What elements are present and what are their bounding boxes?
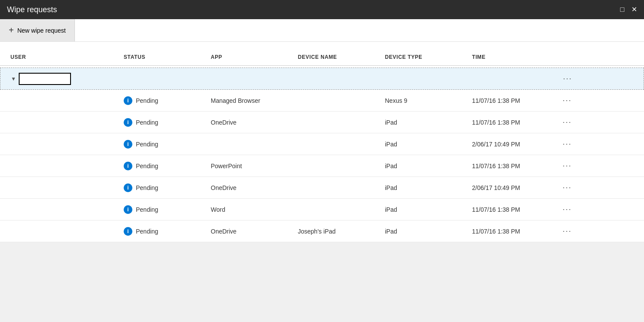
cell-actions-1: ··· xyxy=(556,112,582,133)
cell-device-name-0 xyxy=(294,96,381,105)
status-label-2: Pending xyxy=(136,141,158,148)
window-controls: □ ✕ xyxy=(620,6,637,13)
row-ellipsis-button-4[interactable]: ··· xyxy=(559,181,575,194)
info-icon-5[interactable]: i xyxy=(124,205,132,214)
cell-user-4 xyxy=(7,183,120,192)
toolbar: + New wipe request xyxy=(0,19,644,42)
cell-device-name-3 xyxy=(294,162,381,170)
cell-actions-4: ··· xyxy=(556,177,582,198)
cell-time-6: 11/07/16 1:38 PM xyxy=(469,224,556,239)
info-icon-4[interactable]: i xyxy=(124,183,132,192)
cell-actions-3: ··· xyxy=(556,155,582,176)
row-ellipsis-button-0[interactable]: ··· xyxy=(559,94,575,107)
user-search-input[interactable] xyxy=(19,73,71,85)
info-icon-3[interactable]: i xyxy=(124,162,132,170)
cell-status-6: i Pending xyxy=(120,223,207,240)
cell-device-type-5: iPad xyxy=(381,202,469,217)
status-label-3: Pending xyxy=(136,163,158,169)
cell-status-5: i Pending xyxy=(120,201,207,218)
cell-user-2 xyxy=(7,140,120,149)
cell-actions-2: ··· xyxy=(556,133,582,155)
selected-row-app-cell xyxy=(208,75,295,83)
cell-user-6 xyxy=(7,227,120,236)
cell-app-5: Word xyxy=(207,202,294,217)
selected-row-device-name-cell xyxy=(295,75,382,83)
table-row[interactable]: i Pending Word iPad 11/07/16 1:38 PM ··· xyxy=(0,199,644,220)
cell-user-1 xyxy=(7,118,120,127)
cell-app-6: OneDrive xyxy=(207,224,294,239)
cell-app-2 xyxy=(207,140,294,149)
cell-app-1: OneDrive xyxy=(207,115,294,130)
info-icon-1[interactable]: i xyxy=(124,118,132,127)
column-header-device-type: DEVICE TYPE xyxy=(381,51,469,65)
cell-device-name-5 xyxy=(294,205,381,214)
cell-time-1: 11/07/16 1:38 PM xyxy=(469,115,556,130)
cell-app-3: PowerPoint xyxy=(207,158,294,174)
plus-icon: + xyxy=(9,25,14,35)
status-label-6: Pending xyxy=(136,228,158,235)
table-rows-container: i Pending Managed Browser Nexus 9 11/07/… xyxy=(0,90,644,242)
table-row[interactable]: i Pending iPad 2/06/17 10:49 PM ··· xyxy=(0,133,644,155)
cell-app-0: Managed Browser xyxy=(207,93,294,108)
info-icon-0[interactable]: i xyxy=(124,96,132,105)
row-ellipsis-button-3[interactable]: ··· xyxy=(559,159,575,172)
cell-user-5 xyxy=(7,205,120,214)
cell-status-4: i Pending xyxy=(120,179,207,197)
table-row[interactable]: i Pending Managed Browser Nexus 9 11/07/… xyxy=(0,90,644,112)
cell-time-3: 11/07/16 1:38 PM xyxy=(469,158,556,174)
table-row[interactable]: i Pending OneDrive iPad 11/07/16 1:38 PM… xyxy=(0,112,644,133)
cell-time-2: 2/06/17 10:49 PM xyxy=(469,136,556,152)
column-header-time: TIME xyxy=(469,51,556,65)
selected-row-status-cell xyxy=(121,75,208,83)
column-header-app: APP xyxy=(207,51,294,65)
cell-actions-0: ··· xyxy=(556,90,582,111)
cell-time-5: 11/07/16 1:38 PM xyxy=(469,202,556,217)
selected-table-row[interactable]: ▼ ··· xyxy=(0,68,644,90)
cell-device-name-2 xyxy=(294,140,381,149)
cell-device-type-2: iPad xyxy=(381,136,469,152)
selected-row-time-cell xyxy=(469,75,556,83)
title-bar: Wipe requests □ ✕ xyxy=(0,0,644,19)
cell-time-0: 11/07/16 1:38 PM xyxy=(469,93,556,108)
cell-device-type-0: Nexus 9 xyxy=(381,93,469,108)
cell-device-type-1: iPad xyxy=(381,115,469,130)
status-label-1: Pending xyxy=(136,119,158,126)
cell-user-0 xyxy=(7,96,120,105)
close-button[interactable]: ✕ xyxy=(631,6,637,13)
selected-row-actions-cell: ··· xyxy=(556,68,582,89)
column-header-actions xyxy=(556,51,582,65)
cell-actions-5: ··· xyxy=(556,199,582,220)
dropdown-arrow-icon: ▼ xyxy=(11,76,16,82)
cell-status-2: i Pending xyxy=(120,136,207,153)
row-ellipsis-button-2[interactable]: ··· xyxy=(559,138,575,150)
new-wipe-request-button[interactable]: + New wipe request xyxy=(0,19,75,41)
cell-device-type-6: iPad xyxy=(381,224,469,239)
info-icon-2[interactable]: i xyxy=(124,140,132,149)
table-row[interactable]: i Pending OneDrive iPad 2/06/17 10:49 PM… xyxy=(0,177,644,199)
table-header: USER STATUS APP DEVICE NAME DEVICE TYPE … xyxy=(0,51,644,66)
main-content: USER STATUS APP DEVICE NAME DEVICE TYPE … xyxy=(0,42,644,242)
cell-device-name-6: Joseph's iPad xyxy=(294,224,381,239)
row-ellipsis-button-6[interactable]: ··· xyxy=(559,225,575,237)
selected-row-user-cell: ▼ xyxy=(7,68,121,89)
info-icon-6[interactable]: i xyxy=(124,227,132,236)
column-header-user: USER xyxy=(7,51,120,65)
minimize-button[interactable]: □ xyxy=(620,6,624,13)
status-label-4: Pending xyxy=(136,184,158,191)
column-header-status: STATUS xyxy=(120,51,207,65)
selected-row-ellipsis-button[interactable]: ··· xyxy=(560,72,576,85)
new-wipe-request-label: New wipe request xyxy=(17,27,66,34)
cell-status-3: i Pending xyxy=(120,157,207,175)
table-row[interactable]: i Pending PowerPoint iPad 11/07/16 1:38 … xyxy=(0,155,644,177)
status-label-0: Pending xyxy=(136,97,158,104)
row-ellipsis-button-5[interactable]: ··· xyxy=(559,203,575,216)
cell-device-name-1 xyxy=(294,118,381,127)
cell-user-3 xyxy=(7,162,120,170)
table-row[interactable]: i Pending OneDrive Joseph's iPad iPad 11… xyxy=(0,220,644,242)
cell-device-name-4 xyxy=(294,183,381,192)
cell-device-type-4: iPad xyxy=(381,180,469,196)
wipe-requests-table: USER STATUS APP DEVICE NAME DEVICE TYPE … xyxy=(0,51,644,242)
row-ellipsis-button-1[interactable]: ··· xyxy=(559,116,575,129)
cell-time-4: 2/06/17 10:49 PM xyxy=(469,180,556,196)
cell-status-1: i Pending xyxy=(120,114,207,131)
